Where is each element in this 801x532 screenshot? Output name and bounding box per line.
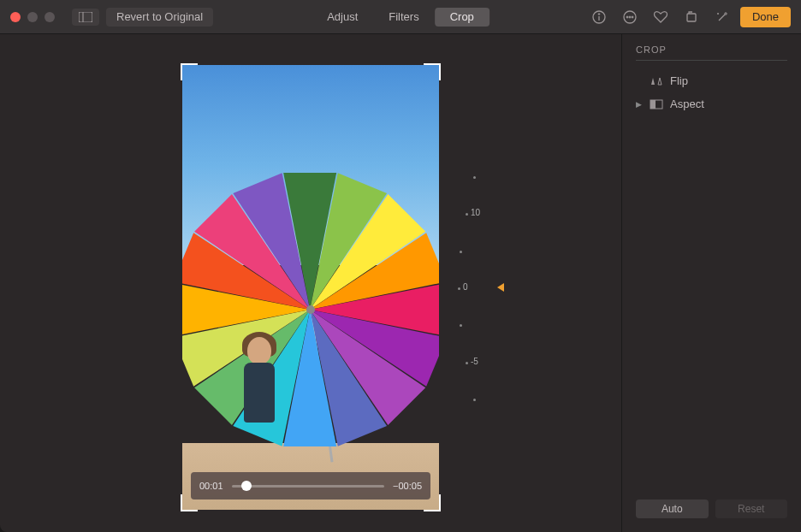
video-scrubber[interactable]: 00:01 −00:05 <box>191 472 430 499</box>
sidebar-footer: Auto Reset <box>636 499 787 522</box>
svg-point-6 <box>626 16 628 18</box>
maximize-window-button[interactable] <box>44 12 55 22</box>
reset-button[interactable]: Reset <box>715 499 788 518</box>
rotate-icon <box>684 9 699 25</box>
sidebar-item-label: Aspect <box>670 98 704 110</box>
svg-line-10 <box>719 15 725 21</box>
auto-enhance-button[interactable] <box>709 7 735 27</box>
scrub-track[interactable] <box>232 485 385 488</box>
tab-filters[interactable]: Filters <box>373 8 434 27</box>
photo-preview: 00:01 −00:05 <box>182 65 439 510</box>
done-button[interactable]: Done <box>740 7 791 27</box>
sidebar-title: CROP <box>636 44 787 61</box>
minimize-window-button[interactable] <box>27 12 38 22</box>
dial-indicator-icon <box>497 283 504 292</box>
favorite-button[interactable] <box>648 7 673 27</box>
info-icon <box>591 9 607 25</box>
scrub-thumb[interactable] <box>241 481 252 491</box>
svg-point-7 <box>629 16 631 18</box>
app-window: Revert to Original Adjust Filters Crop <box>0 0 801 532</box>
rotate-button[interactable] <box>679 7 704 27</box>
tab-adjust[interactable]: Adjust <box>312 8 373 27</box>
info-button[interactable] <box>586 7 612 27</box>
more-button[interactable] <box>617 7 643 27</box>
elapsed-time: 00:01 <box>199 481 223 491</box>
ellipsis-icon <box>622 9 638 25</box>
sidebar-item-aspect[interactable]: ▶ Aspect <box>636 92 787 115</box>
rotation-dial[interactable]: 100-5 <box>448 176 499 399</box>
chevron-right-icon: ▶ <box>636 100 643 109</box>
aspect-icon <box>650 98 663 110</box>
revert-button[interactable]: Revert to Original <box>106 8 213 27</box>
auto-button[interactable]: Auto <box>636 499 709 518</box>
close-window-button[interactable] <box>10 12 21 22</box>
canvas-area: 00:01 −00:05 100-5 <box>0 34 621 532</box>
crop-handle-tr[interactable] <box>424 63 441 80</box>
crop-handle-bl[interactable] <box>181 494 198 511</box>
svg-rect-16 <box>650 100 656 109</box>
wand-icon <box>715 9 730 25</box>
content-area: 00:01 −00:05 100-5 CROP <box>0 34 801 532</box>
sidebar-icon <box>79 12 92 22</box>
svg-rect-0 <box>79 12 92 22</box>
heart-icon <box>653 9 668 25</box>
remaining-time: −00:05 <box>393 481 422 491</box>
toolbar: Revert to Original Adjust Filters Crop <box>0 0 801 34</box>
tab-crop[interactable]: Crop <box>435 8 490 27</box>
window-controls <box>10 12 55 22</box>
edit-mode-tabs: Adjust Filters Crop <box>312 8 490 27</box>
sidebar-item-label: Flip <box>670 74 688 87</box>
crop-handle-br[interactable] <box>424 494 441 511</box>
photo-person <box>234 337 285 457</box>
svg-point-4 <box>598 13 600 15</box>
crop-handle-tl[interactable] <box>181 63 198 80</box>
svg-rect-9 <box>687 14 696 21</box>
crop-frame[interactable]: 00:01 −00:05 100-5 <box>182 65 439 510</box>
flip-icon <box>650 75 663 87</box>
svg-point-8 <box>632 16 633 18</box>
toolbar-right-tools: Done <box>586 7 791 27</box>
sidebar-item-flip[interactable]: Flip <box>636 69 787 92</box>
right-sidebar: CROP Flip ▶ Aspect Auto Reset <box>621 34 801 532</box>
sidebar-toggle-button[interactable] <box>72 9 99 26</box>
photo-umbrella <box>182 154 439 465</box>
